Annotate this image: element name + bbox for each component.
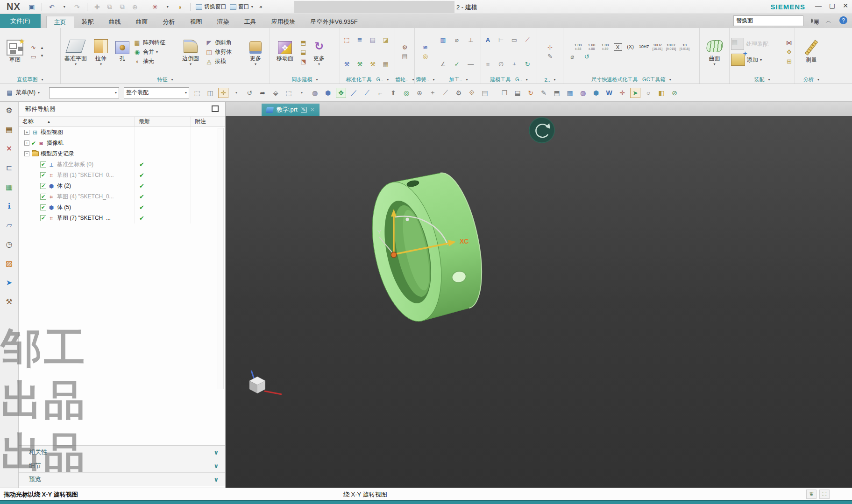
sort-asc-icon[interactable]: ▲ [47, 119, 51, 124]
circle-icon[interactable]: ○ [643, 88, 653, 98]
group-label-2d-tools[interactable]: 2..▾ [537, 76, 563, 84]
gallery-up-icon[interactable]: ▲ [40, 46, 44, 50]
checkbox-checked-icon[interactable]: ✔ [40, 172, 46, 178]
text-icon[interactable]: A [484, 36, 492, 44]
circle-plus-icon[interactable]: ⊕ [414, 88, 425, 98]
move-object-icon[interactable]: ➦ [257, 88, 268, 98]
selection-filter-combo[interactable]: ▾ [49, 87, 119, 98]
fit-window-icon[interactable]: ✥ [336, 88, 346, 98]
draft-button[interactable]: ◬拔模 [205, 57, 243, 65]
snap-dropdown-icon[interactable]: ▾ [231, 88, 241, 98]
window-menu-button[interactable]: 窗口▾ [230, 3, 253, 11]
measure-button[interactable]: 测量 [798, 40, 825, 64]
plant-status-icon[interactable]: ❦ [806, 490, 816, 499]
shell-button[interactable]: ◖抽壳 [133, 57, 176, 65]
web-browser-icon[interactable]: ▱ [4, 219, 15, 231]
trim-body-button[interactable]: ◫修剪体 [205, 48, 243, 56]
feature-more-button[interactable]: 更多▾ [244, 38, 267, 66]
window-small-icon[interactable]: ❐ [499, 88, 510, 98]
pencil-edit-icon[interactable]: ✎ [539, 88, 549, 98]
dashed-box-icon[interactable]: ⬚ [284, 88, 294, 98]
target-circle-icon[interactable]: ◎ [401, 88, 412, 98]
switch-window-button[interactable]: 切换窗口 [196, 3, 227, 11]
tree-row-cameras[interactable]: ＋ ✔ ◙ 摄像机 [19, 138, 225, 148]
group-label-assembly[interactable]: 装配▾ [730, 76, 795, 84]
cube-color-icon[interactable]: ⬢ [591, 88, 601, 98]
panel-preview[interactable]: 预览∨ [19, 473, 225, 486]
palette-icon[interactable]: ▨ [4, 258, 15, 269]
checkbox-checked-icon[interactable]: ✔ [40, 194, 46, 200]
expand-icon[interactable]: ＋ [24, 140, 29, 146]
tree-row-history[interactable]: − 模型历史记录 [19, 148, 225, 159]
add-component-button[interactable]: 添加▾ [731, 54, 784, 66]
measure-line-icon[interactable]: ⟋ [440, 88, 451, 98]
constraint-navigator-icon[interactable]: ✕ [4, 143, 15, 154]
panel-dependencies[interactable]: 相关性∨ [19, 446, 225, 459]
assembly-navigator-icon[interactable]: ▤ [4, 124, 15, 135]
origin-ball[interactable] [391, 252, 397, 258]
column-note[interactable]: 附注 [191, 117, 225, 126]
brush-icon[interactable]: ◗ [176, 2, 185, 12]
chamfer-button[interactable]: ◤倒斜角 [205, 39, 243, 47]
tab-view[interactable]: 视图 [183, 16, 210, 28]
replace-face-icon[interactable]: ⬔ [299, 57, 307, 65]
offset-region-icon[interactable]: ⬓ [299, 48, 307, 56]
datum-plane-button[interactable]: 基准平面▾ [62, 38, 89, 66]
part-navigator-icon[interactable]: ⊏ [4, 162, 15, 173]
rotate-reset-icon[interactable]: ↺ [244, 88, 255, 98]
ribbon-layout-icon[interactable]: ▣ [812, 16, 821, 26]
sphere-stack-icon[interactable]: ◍ [578, 88, 588, 98]
pull-face-icon[interactable]: ⬒ [299, 39, 307, 47]
group-label-gc-toolbox[interactable]: 尺寸快速格式化工具 - GC工具箱▾ [563, 76, 699, 84]
gold-tool-icon[interactable]: ⚒ [369, 60, 377, 68]
tab-surface[interactable]: 曲面 [128, 16, 156, 28]
3d-canvas[interactable]: XC Y [226, 116, 852, 488]
hd3d-info-icon[interactable]: ℹ [4, 200, 15, 211]
transform-icon[interactable]: ✳ [150, 2, 160, 12]
undo-icon[interactable]: ↶ [47, 2, 57, 12]
fit-screen-icon[interactable]: ⛶ [819, 490, 830, 499]
fit-10h7-icon[interactable]: 10H7 [639, 43, 649, 51]
minimize-ribbon-icon[interactable]: ︿ [824, 16, 833, 26]
hat-icon[interactable]: ◪ [382, 36, 390, 44]
refresh-orange-icon[interactable]: ↻ [525, 88, 536, 98]
boxed-x-icon[interactable]: X [614, 43, 622, 51]
up-arrow-icon[interactable]: ⬆ [388, 88, 398, 98]
save-icon[interactable]: ▣ [27, 2, 36, 12]
stamp-icon[interactable]: ⟐ [467, 88, 477, 98]
pattern-feature-button[interactable]: ▦阵列特征 [133, 39, 176, 47]
clip-icon[interactable]: ⊘ [669, 88, 680, 98]
undo-dropdown-icon[interactable]: ▾ [60, 2, 69, 12]
plus-icon[interactable]: ＋ [427, 88, 438, 98]
panel-details[interactable]: 细节∨ [19, 459, 225, 473]
group-label-gear[interactable]: 齿轮..▾ [395, 76, 414, 84]
check-dim-icon[interactable]: ✓ [453, 60, 461, 68]
display-icon[interactable]: ⬒ [552, 88, 562, 98]
close-tab-icon[interactable]: ✕ [310, 106, 315, 113]
paste-icon[interactable]: ⧉ [118, 2, 127, 12]
paren-x-icon[interactable]: (X) [625, 43, 636, 51]
settings-gear-icon[interactable]: ⚙ [4, 105, 15, 116]
green-wrench-icon[interactable]: ⚒ [356, 60, 364, 68]
copy-icon[interactable]: ⧉ [105, 2, 114, 12]
group-label-spring[interactable]: 弹簧..▾ [415, 76, 436, 84]
tree-row-body-2[interactable]: ✔ ⬢ 体 (2) ✔ [19, 181, 225, 191]
blue-wrench-icon[interactable]: ⚒ [343, 60, 351, 68]
selection-scope-combo[interactable]: 整个装配▾ [124, 87, 189, 98]
tree-row-body-5[interactable]: ✔ ⬢ 体 (5) ✔ [19, 202, 225, 213]
surface-button[interactable]: 曲面▾ [701, 38, 728, 66]
column-latest[interactable]: 最新 [135, 117, 191, 126]
hole-button[interactable]: 孔 [113, 41, 132, 63]
shaded-sphere-icon[interactable]: ◍ [310, 88, 320, 98]
crosshair2-icon[interactable]: ✛ [617, 88, 627, 98]
redo-icon[interactable]: ↷ [72, 2, 82, 12]
tree-row-model-views[interactable]: ＋ ⊞ 模型视图 [19, 127, 225, 138]
spring-icon[interactable]: ≋ [421, 43, 429, 51]
cycle-icon[interactable]: ↻ [524, 60, 532, 68]
monitor-icon[interactable]: ⬓ [512, 88, 523, 98]
highlight-related-icon[interactable]: ⬚ [192, 88, 202, 98]
fit-10h7-sub2-icon[interactable]: 10H7[9.015] [666, 43, 676, 51]
3d-scene[interactable]: XC Y [226, 116, 852, 488]
edge-blend-button[interactable]: 边倒圆▾ [177, 38, 204, 66]
pattern-component-icon[interactable]: ⊞ [785, 57, 793, 65]
